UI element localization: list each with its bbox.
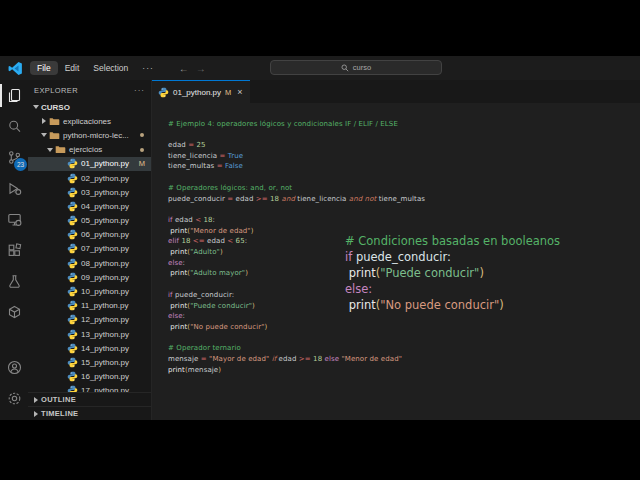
tree-item-label: 10_python.py	[81, 287, 129, 296]
folder-icon	[49, 130, 60, 141]
tree-item-label: python-micro-lec...	[63, 131, 129, 140]
python-file-icon	[67, 187, 78, 198]
code-line: # Ejemplo 4: operadores lógicos y condic…	[168, 119, 640, 130]
tree-item-03_python.py[interactable]: 03_python.py	[28, 185, 151, 199]
tree-item-12_python.py[interactable]: 12_python.py	[28, 313, 151, 327]
chevron-right-icon	[32, 396, 40, 404]
command-center-search[interactable]: curso	[270, 60, 442, 75]
explorer-sidebar: EXPLORER ··· CURSOexplicacionespython-mi…	[28, 80, 152, 420]
search-sidebar-icon[interactable]	[0, 111, 28, 142]
code-line: # Operadores lógicos: and, or, not	[168, 183, 640, 194]
python-file-icon	[67, 243, 78, 254]
account-icon[interactable]	[0, 352, 28, 383]
tree-item-10_python.py[interactable]: 10_python.py	[28, 284, 151, 298]
code-line	[168, 129, 640, 140]
code-line: else:	[345, 281, 560, 297]
folder-icon	[49, 116, 60, 127]
tree-item-07_python.py[interactable]: 07_python.py	[28, 242, 151, 256]
code-line	[168, 333, 640, 344]
tree-item-ejercicios[interactable]: ejercicios	[28, 143, 151, 157]
tree-item-08_python.py[interactable]: 08_python.py	[28, 256, 151, 270]
settings-gear-icon[interactable]	[0, 383, 28, 414]
menu-bar: FileEditSelection···	[30, 61, 161, 75]
remote-explorer-icon[interactable]	[0, 204, 28, 235]
chevron-right-icon	[40, 117, 48, 125]
tree-item-02_python.py[interactable]: 02_python.py	[28, 171, 151, 185]
timeline-section[interactable]: TIMELINE	[28, 406, 151, 420]
tree-item-label: ejercicios	[69, 145, 102, 154]
title-bar: FileEditSelection··· ← → curso	[0, 56, 640, 80]
tree-item-label: explicaciones	[63, 117, 111, 126]
python-file-icon	[67, 286, 78, 297]
python-file-icon	[67, 258, 78, 269]
explorer-more-actions-icon[interactable]: ···	[134, 86, 145, 95]
tree-item-label: 07_python.py	[81, 244, 129, 253]
python-file-icon	[67, 201, 78, 212]
folder-icon	[55, 144, 66, 155]
3d-viewer-icon[interactable]	[0, 297, 28, 328]
code-line: print("No puede conducir")	[168, 322, 640, 333]
nav-arrows: ← →	[179, 63, 206, 74]
vscode-window: FileEditSelection··· ← → curso 23	[0, 56, 640, 420]
source-control-icon[interactable]: 23	[0, 142, 28, 173]
menu-more-icon[interactable]: ···	[135, 61, 161, 75]
tree-item-05_python.py[interactable]: 05_python.py	[28, 214, 151, 228]
code-line: print("Puede conducir")	[345, 265, 560, 281]
python-file-icon	[67, 173, 78, 184]
tree-item-15_python.py[interactable]: 15_python.py	[28, 355, 151, 369]
vscode-logo-icon	[8, 61, 23, 76]
back-arrow-icon[interactable]: ←	[179, 63, 189, 74]
timeline-label: TIMELINE	[41, 409, 78, 418]
tree-item-11_python.py[interactable]: 11_python.py	[28, 299, 151, 313]
git-modified-badge: M	[139, 159, 145, 168]
testing-icon[interactable]	[0, 266, 28, 297]
tree-item-14_python.py[interactable]: 14_python.py	[28, 341, 151, 355]
chevron-right-icon	[32, 410, 40, 418]
tree-item-16_python.py[interactable]: 16_python.py	[28, 370, 151, 384]
code-line: puede_conducir = edad >= 18 and tiene_li…	[168, 194, 640, 205]
tree-item-explicaciones[interactable]: explicaciones	[28, 114, 151, 128]
python-file-icon	[67, 215, 78, 226]
tree-item-04_python.py[interactable]: 04_python.py	[28, 199, 151, 213]
menu-file[interactable]: File	[30, 61, 58, 75]
activity-bar: 23	[0, 80, 28, 420]
search-icon	[341, 64, 349, 72]
tree-item-label: 16_python.py	[81, 372, 129, 381]
menu-selection[interactable]: Selection	[86, 61, 135, 75]
menu-edit[interactable]: Edit	[58, 61, 87, 75]
tree-item-label: 08_python.py	[81, 259, 129, 268]
python-file-icon	[67, 272, 78, 283]
tree-item-13_python.py[interactable]: 13_python.py	[28, 327, 151, 341]
code-line: mensaje = "Mayor de edad" if edad >= 18 …	[168, 354, 640, 365]
modified-dot-badge	[140, 148, 144, 152]
tab-bar: 01_python.py M ×	[152, 80, 640, 103]
tree-item-label: 15_python.py	[81, 358, 129, 367]
code-line	[168, 204, 640, 215]
extensions-icon[interactable]	[0, 235, 28, 266]
forward-arrow-icon[interactable]: →	[196, 63, 206, 74]
tree-item-label: 01_python.py	[81, 159, 129, 168]
code-line: tiene_multas = False	[168, 161, 640, 172]
source-control-badge: 23	[14, 158, 27, 171]
python-file-icon	[67, 371, 78, 382]
python-file-icon	[67, 158, 78, 169]
tree-item-06_python.py[interactable]: 06_python.py	[28, 228, 151, 242]
chevron-down-icon	[40, 131, 48, 139]
tree-item-label: CURSO	[41, 103, 70, 112]
run-and-debug-icon[interactable]	[0, 173, 28, 204]
file-tree: CURSOexplicacionespython-micro-lec...eje…	[28, 100, 151, 398]
tree-item-curso[interactable]: CURSO	[28, 100, 151, 114]
tree-item-01_python.py[interactable]: 01_python.pyM	[28, 157, 151, 171]
tab-01-python[interactable]: 01_python.py M ×	[152, 80, 250, 103]
tab-close-icon[interactable]: ×	[237, 87, 242, 97]
code-line: tiene_licencia = True	[168, 151, 640, 162]
chevron-down-icon	[46, 146, 54, 154]
editor-group: 01_python.py M × # Ejemplo 4: operadores…	[152, 80, 640, 420]
outline-section[interactable]: OUTLINE	[28, 392, 151, 406]
tree-item-python-micro-lec-[interactable]: python-micro-lec...	[28, 128, 151, 142]
code-line: if puede_conducir:	[345, 249, 560, 265]
tree-item-09_python.py[interactable]: 09_python.py	[28, 270, 151, 284]
code-line	[168, 172, 640, 183]
code-line: print("No puede conducir")	[345, 297, 560, 313]
explorer-icon[interactable]	[0, 80, 28, 111]
